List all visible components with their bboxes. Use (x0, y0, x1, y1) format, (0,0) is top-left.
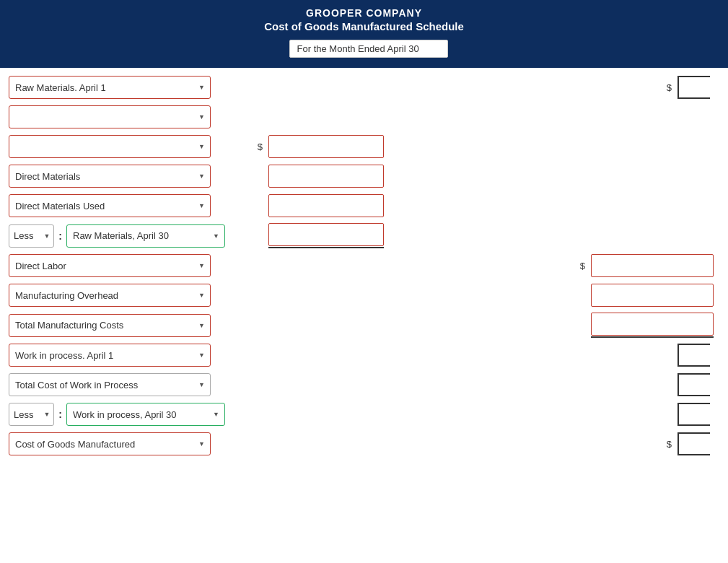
raw-materials-april1-select[interactable]: Raw Materials. April 1 (9, 76, 211, 99)
mid-input-3[interactable] (268, 135, 384, 158)
total-manufacturing-costs-select[interactable]: Total Manufacturing Costs (9, 314, 211, 337)
work-in-process-april1-bracket (677, 344, 714, 367)
row-empty-3: $ (9, 134, 719, 159)
main-content: Raw Materials. April 1 $ (0, 68, 728, 468)
total-cost-work-in-process-select[interactable]: Total Cost of Work in Process (9, 373, 211, 396)
less-group-2: Less Add : Work in process, April 30 (9, 403, 225, 426)
empty-select-2[interactable] (9, 105, 211, 128)
direct-materials-used-mid-input[interactable] (268, 194, 384, 217)
colon-1: : (58, 230, 62, 242)
total-cost-work-in-process-input[interactable] (677, 373, 710, 396)
row-less-raw-materials: Less Add : Raw Materials, April 30 (9, 223, 719, 248)
manufacturing-overhead-select[interactable]: Manufacturing Overhead (9, 284, 211, 307)
row-direct-labor: Direct Labor $ (9, 253, 719, 278)
row-less-work-in-process: Less Add : Work in process, April 30 (9, 402, 719, 427)
total-cost-work-in-process-select-wrapper[interactable]: Total Cost of Work in Process (9, 373, 211, 396)
direct-materials-select[interactable]: Direct Materials (9, 165, 211, 188)
less-select-wrapper-1[interactable]: Less Add (9, 224, 54, 248)
direct-labor-select-wrapper[interactable]: Direct Labor (9, 254, 211, 277)
row-total-cost-work-in-process: Total Cost of Work in Process (9, 372, 719, 397)
row-direct-materials: Direct Materials (9, 164, 719, 188)
cost-of-goods-manufactured-select-wrapper[interactable]: Cost of Goods Manufactured (9, 432, 211, 455)
total-manufacturing-costs-right-input[interactable] (591, 313, 714, 336)
less-raw-materials-mid-input[interactable] (268, 223, 384, 246)
direct-materials-select-wrapper[interactable]: Direct Materials (9, 165, 211, 188)
row-work-in-process-april1: Work in process. April 1 (9, 343, 719, 367)
raw-materials-april30-select-wrapper[interactable]: Raw Materials, April 30 (66, 224, 225, 248)
manufacturing-overhead-select-wrapper[interactable]: Manufacturing Overhead (9, 284, 211, 307)
cost-of-goods-manufactured-bracket (677, 432, 714, 455)
direct-materials-used-select-wrapper[interactable]: Direct Materials Used (9, 194, 211, 217)
total-manufacturing-costs-select-wrapper[interactable]: Total Manufacturing Costs (9, 314, 211, 337)
dollar-sign-cogm: $ (667, 439, 672, 450)
row-total-manufacturing-costs: Total Manufacturing Costs (9, 313, 719, 338)
total-cost-work-in-process-bracket (677, 373, 714, 396)
direct-materials-used-select[interactable]: Direct Materials Used (9, 194, 211, 217)
raw-materials-april1-select-wrapper[interactable]: Raw Materials. April 1 (9, 76, 211, 99)
work-in-process-april30-select-wrapper[interactable]: Work in process, April 30 (66, 403, 225, 426)
work-in-process-april30-select[interactable]: Work in process, April 30 (66, 403, 225, 426)
less-select-wrapper-2[interactable]: Less Add (9, 403, 54, 426)
row-empty-2 (9, 105, 719, 129)
row-raw-materials-april1: Raw Materials. April 1 $ (9, 75, 719, 100)
row-manufacturing-overhead: Manufacturing Overhead (9, 283, 719, 307)
dollar-sign-direct-labor: $ (580, 261, 585, 271)
company-name: GROOPER COMPANY (0, 7, 728, 19)
period-select[interactable]: For the Month Ended April 30 (289, 40, 448, 58)
cost-of-goods-manufactured-select[interactable]: Cost of Goods Manufactured (9, 432, 211, 455)
less-select-1[interactable]: Less Add (9, 224, 54, 248)
raw-materials-april30-select[interactable]: Raw Materials, April 30 (66, 224, 225, 248)
empty-select-3[interactable] (9, 135, 211, 158)
work-in-process-april30-bracket (677, 403, 714, 426)
cost-of-goods-manufactured-input[interactable] (677, 432, 710, 455)
work-in-process-april1-input[interactable] (677, 344, 710, 367)
row-cost-of-goods-manufactured: Cost of Goods Manufactured $ (9, 432, 719, 456)
direct-labor-right-input[interactable] (591, 254, 714, 277)
raw-materials-april1-input[interactable] (677, 76, 710, 99)
work-in-process-april1-select[interactable]: Work in process. April 1 (9, 344, 211, 367)
empty-select-3-wrapper[interactable] (9, 135, 211, 158)
dollar-sign-1: $ (667, 82, 672, 93)
manufacturing-overhead-right-input[interactable] (591, 284, 714, 307)
row-direct-materials-used: Direct Materials Used (9, 193, 719, 218)
work-in-process-april1-select-wrapper[interactable]: Work in process. April 1 (9, 344, 211, 367)
dollar-sign-mid-3: $ (258, 141, 263, 152)
direct-materials-mid-input[interactable] (268, 165, 384, 188)
header: GROOPER COMPANY Cost of Goods Manufactur… (0, 0, 728, 68)
colon-2: : (58, 409, 62, 420)
less-select-2[interactable]: Less Add (9, 403, 54, 426)
schedule-title: Cost of Goods Manufactured Schedule (0, 20, 728, 32)
work-in-process-april30-input[interactable] (677, 403, 710, 426)
less-group-1: Less Add : Raw Materials, April 30 (9, 224, 225, 248)
raw-materials-april1-bracket (677, 76, 714, 99)
empty-select-2-wrapper[interactable] (9, 105, 211, 128)
direct-labor-select[interactable]: Direct Labor (9, 254, 211, 277)
